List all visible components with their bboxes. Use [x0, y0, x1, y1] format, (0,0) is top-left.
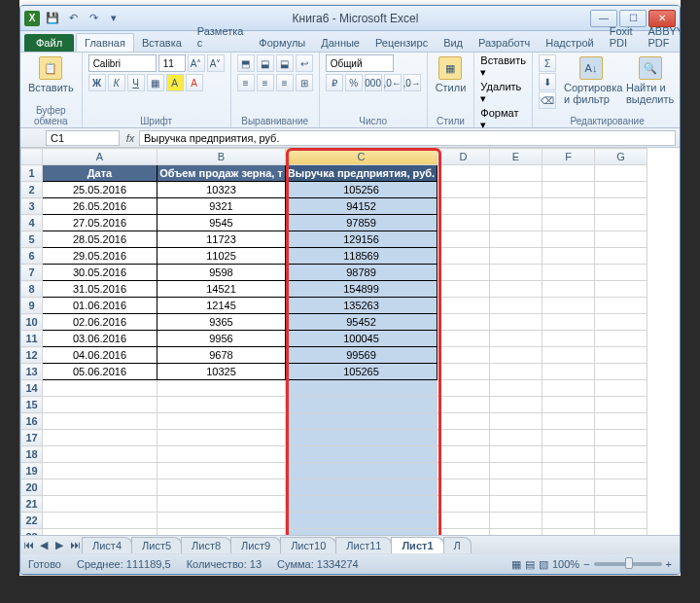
cell-B13[interactable]: 10325 [158, 364, 286, 380]
cell-E17[interactable] [490, 430, 542, 446]
cell-B15[interactable] [158, 397, 286, 413]
row-header-7[interactable]: 7 [21, 265, 43, 281]
cell-D21[interactable] [438, 496, 490, 513]
cell-F19[interactable] [542, 463, 595, 479]
worksheet-grid[interactable]: ABCDEFG1ДатаОбъем продаж зерна, тВыручка… [20, 148, 680, 535]
cell-B9[interactable]: 12145 [158, 298, 286, 314]
cell-C15[interactable] [286, 397, 438, 413]
cell-B5[interactable]: 11723 [158, 231, 286, 248]
cell-C18[interactable] [286, 446, 438, 463]
row-header-13[interactable]: 13 [21, 364, 43, 380]
cell-A6[interactable]: 29.05.2016 [43, 248, 158, 265]
save-icon[interactable]: 💾 [44, 10, 61, 27]
cell-F13[interactable] [542, 364, 595, 380]
cell-D11[interactable] [438, 331, 490, 347]
cell-B16[interactable] [158, 413, 286, 430]
cell-G21[interactable] [595, 496, 648, 513]
cell-G20[interactable] [595, 479, 648, 496]
cell-B23[interactable] [158, 529, 286, 536]
cell-G1[interactable] [595, 165, 648, 182]
cell-A17[interactable] [43, 430, 158, 446]
cell-G5[interactable] [595, 231, 648, 248]
cell-G6[interactable] [595, 248, 648, 265]
cell-D4[interactable] [438, 215, 490, 231]
cell-G2[interactable] [595, 182, 648, 198]
row-header-18[interactable]: 18 [21, 446, 43, 463]
cell-A4[interactable]: 27.05.2016 [43, 215, 158, 231]
zoom-in-button[interactable]: + [666, 558, 672, 570]
cell-B11[interactable]: 9956 [158, 331, 286, 347]
cell-G23[interactable] [595, 529, 648, 536]
row-header-17[interactable]: 17 [21, 430, 43, 446]
cell-E4[interactable] [490, 215, 542, 231]
cell-F5[interactable] [542, 231, 595, 248]
cell-A14[interactable] [43, 380, 158, 397]
cell-D18[interactable] [438, 446, 490, 463]
cell-F12[interactable] [542, 347, 595, 364]
sheet-tab-Лист9[interactable]: Лист9 [230, 537, 281, 553]
cell-C22[interactable] [286, 513, 438, 529]
cell-E19[interactable] [490, 463, 542, 479]
formula-input[interactable]: Выручка предприятия, руб. [139, 130, 676, 146]
cell-F17[interactable] [542, 430, 595, 446]
cell-G14[interactable] [595, 380, 648, 397]
row-header-6[interactable]: 6 [21, 248, 43, 265]
cell-E23[interactable] [490, 529, 542, 536]
cell-E1[interactable] [490, 165, 542, 182]
cell-B6[interactable]: 11025 [158, 248, 286, 265]
cell-C13[interactable]: 105265 [286, 364, 438, 380]
cell-D6[interactable] [438, 248, 490, 265]
align-right-button[interactable]: ≡ [276, 74, 294, 91]
sort-filter-button[interactable]: A↓Сортировка и фильтр [562, 54, 620, 107]
qat-dropdown-icon[interactable]: ▾ [105, 10, 122, 27]
cell-F4[interactable] [542, 215, 595, 231]
cell-C21[interactable] [286, 496, 438, 513]
cell-C9[interactable]: 135263 [286, 298, 438, 314]
cell-E16[interactable] [490, 413, 542, 430]
cell-E13[interactable] [490, 364, 542, 380]
sheet-tab-Лист10[interactable]: Лист10 [280, 537, 336, 553]
row-header-16[interactable]: 16 [21, 413, 43, 430]
row-header-23[interactable]: 23 [21, 529, 43, 536]
cell-F3[interactable] [542, 198, 595, 215]
col-header-F[interactable]: F [542, 149, 595, 165]
cell-F21[interactable] [542, 496, 595, 513]
cell-A9[interactable]: 01.06.2016 [43, 298, 158, 314]
comma-button[interactable]: 000 [365, 74, 382, 91]
cell-C4[interactable]: 97859 [286, 215, 438, 231]
styles-button[interactable]: ▦Стили [434, 54, 469, 95]
cell-B21[interactable] [158, 496, 286, 513]
redo-icon[interactable]: ↷ [85, 10, 102, 27]
cell-F22[interactable] [542, 513, 595, 529]
cell-B22[interactable] [158, 513, 286, 529]
currency-button[interactable]: ₽ [326, 74, 343, 91]
tab-home[interactable]: Главная [76, 33, 134, 52]
cell-G15[interactable] [595, 397, 648, 413]
cell-G13[interactable] [595, 364, 648, 380]
col-header-A[interactable]: A [43, 149, 158, 165]
cell-B17[interactable] [158, 430, 286, 446]
cell-C10[interactable]: 95452 [286, 314, 438, 331]
cell-E3[interactable] [490, 198, 542, 215]
tab-formulas[interactable]: Формулы [251, 34, 313, 52]
merge-button[interactable]: ⊞ [296, 74, 313, 91]
cell-B10[interactable]: 9365 [158, 314, 286, 331]
cell-C23[interactable] [286, 529, 438, 536]
cell-F18[interactable] [542, 446, 595, 463]
inc-decimal-button[interactable]: ,0← [384, 74, 402, 91]
cell-D14[interactable] [438, 380, 490, 397]
cell-C5[interactable]: 129156 [286, 231, 438, 248]
cell-C19[interactable] [286, 463, 438, 479]
cell-A7[interactable]: 30.05.2016 [43, 265, 158, 281]
sheet-tab-Лист8[interactable]: Лист8 [181, 537, 231, 553]
cell-F7[interactable] [542, 265, 595, 281]
cell-F6[interactable] [542, 248, 595, 265]
tab-layout[interactable]: Разметка с [190, 22, 252, 52]
cell-E10[interactable] [490, 314, 542, 331]
cell-G4[interactable] [595, 215, 648, 231]
row-header-15[interactable]: 15 [21, 397, 43, 413]
zoom-slider[interactable] [594, 562, 662, 566]
autosum-button[interactable]: Σ [539, 54, 556, 72]
cell-B3[interactable]: 9321 [158, 198, 286, 215]
cell-E22[interactable] [490, 513, 542, 529]
